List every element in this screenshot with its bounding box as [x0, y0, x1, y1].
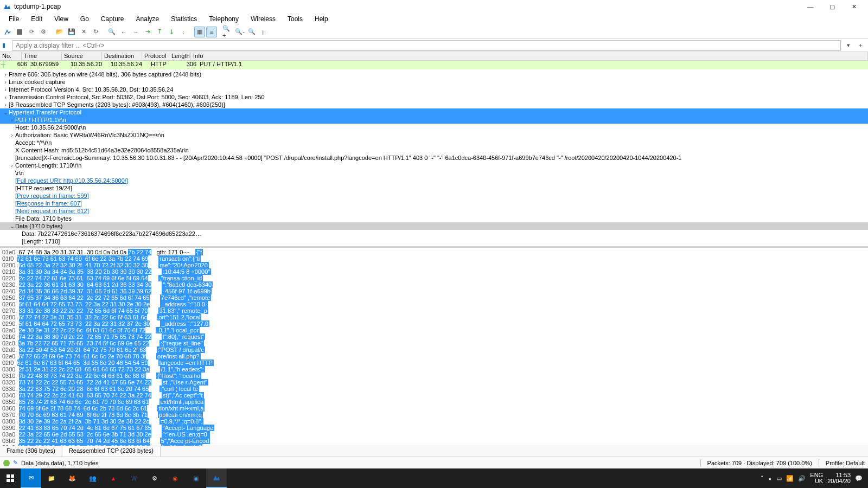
hex-row[interactable]: 0300 2f 31 2e 31 22 2c 22 68 65 61 64 65… — [2, 366, 866, 373]
hex-row[interactable]: 01f0 72 61 6e 73 61 63 74 69 6f 6e 22 3a… — [2, 255, 866, 262]
col-dst[interactable]: Destination — [102, 52, 142, 60]
expand-icon[interactable]: › — [2, 78, 9, 86]
bookmark-icon[interactable]: ▮ — [2, 42, 10, 49]
menu-wireless[interactable]: Wireless — [245, 14, 281, 24]
tray-language[interactable]: ENGUK — [810, 472, 823, 484]
response-frame-link[interactable]: [Response in frame: 607] — [15, 200, 82, 207]
hex-row[interactable]: 01e0 67 74 68 3a 20 31 37 31 30 0d 0a 0d… — [2, 249, 866, 255]
tray-clock[interactable]: 11:5320/04/20 — [827, 472, 851, 484]
col-src[interactable]: Source — [62, 52, 102, 60]
stop-capture-icon[interactable] — [14, 27, 25, 37]
capture-file-properties-icon[interactable]: ✎ — [13, 459, 18, 466]
minimize-button[interactable]: — — [800, 0, 821, 13]
hex-row[interactable]: 0290 5f 61 64 64 72 65 73 73 22 3a 22 31… — [2, 320, 866, 327]
full-uri-link[interactable]: [Full request URI: http://10.35.56.24:50… — [15, 177, 128, 184]
taskbar-acrobat-icon[interactable]: ▲ — [103, 468, 124, 488]
expand-icon[interactable]: › — [2, 101, 9, 108]
tab-frame[interactable]: Frame (306 bytes) — [0, 446, 62, 457]
hex-row[interactable]: 0330 3a 22 63 75 72 6c 20 28 6c 6f 63 61… — [2, 386, 866, 392]
hex-row[interactable]: 02f0 6c 61 6e 67 63 6f 64 65 3d 65 6e 20… — [2, 359, 866, 366]
go-first-icon[interactable]: ⤒ — [154, 27, 165, 37]
taskbar-firefox-icon[interactable]: 🦊 — [62, 468, 82, 488]
hex-row[interactable]: 0220 2c 22 74 72 61 6e 73 61 63 74 69 6f… — [2, 275, 866, 281]
status-profile[interactable]: Profile: Default — [826, 460, 865, 466]
packet-row[interactable]: ┼ 606 30.679959 10.35.56.20 10.35.56.24 … — [0, 61, 868, 69]
hex-row[interactable]: 0350 65 78 74 2f 68 74 6d 6c 2c 61 70 70… — [2, 399, 866, 405]
start-capture-icon[interactable] — [2, 27, 13, 37]
hex-row[interactable]: 0230 22 3a 22 36 61 31 63 30 64 63 61 2d… — [2, 281, 866, 288]
menu-file[interactable]: File — [3, 14, 24, 24]
taskbar-teams-icon[interactable]: 👥 — [82, 468, 103, 488]
start-button[interactable] — [0, 468, 21, 488]
next-request-link[interactable]: [Next request in frame: 612] — [15, 207, 89, 215]
auto-scroll-icon[interactable]: ↓ — [178, 27, 189, 37]
hex-row[interactable]: 0250 37 65 37 34 36 63 64 22 2c 22 72 65… — [2, 294, 866, 301]
hex-row[interactable]: 0390 22 41 63 63 65 70 74 2d 4c 61 6e 67… — [2, 425, 866, 431]
hex-row[interactable]: 0370 70 70 6c 69 63 61 74 69 6f 6e 2f 78… — [2, 412, 866, 418]
collapse-icon[interactable]: ⌄ — [2, 108, 9, 116]
taskbar-word-icon[interactable]: W — [124, 468, 144, 488]
hex-row[interactable]: 0380 3d 30 2e 39 2c 2a 2f 2a 3b 71 3d 30… — [2, 418, 866, 425]
col-time[interactable]: Time — [22, 52, 62, 60]
col-len[interactable]: Length — [169, 52, 191, 60]
col-proto[interactable]: Protocol — [142, 52, 169, 60]
go-back-icon[interactable]: ← — [118, 27, 129, 37]
open-file-icon[interactable]: 📂 — [54, 27, 65, 37]
find-icon[interactable]: 🔍 — [106, 27, 117, 37]
hex-row[interactable]: 0280 6f 72 74 22 3a 31 35 31 32 2c 22 6c… — [2, 314, 866, 320]
filter-expression-icon[interactable]: ▾ — [843, 40, 854, 51]
col-info[interactable]: Info — [191, 52, 868, 60]
taskbar-settings-icon[interactable]: ⚙ — [144, 468, 165, 488]
hex-row[interactable]: 02d0 3a 22 50 4f 53 54 20 2f 64 72 75 70… — [2, 346, 866, 353]
menu-help[interactable]: Help — [309, 14, 334, 24]
go-to-packet-icon[interactable]: ⇥ — [142, 27, 153, 37]
tray-notifications-icon[interactable]: 💬 — [855, 475, 863, 482]
collapse-icon[interactable]: ⌄ — [9, 222, 15, 230]
close-button[interactable]: ✕ — [843, 0, 865, 13]
hex-row[interactable]: 02c0 3a 7b 22 72 65 71 75 65 73 74 5f 6c… — [2, 340, 866, 346]
expand-icon[interactable]: › — [9, 116, 15, 124]
resize-columns-icon[interactable]: ⫼ — [258, 27, 269, 37]
colorize-icon[interactable]: ▦ — [194, 27, 205, 37]
auto-scroll-live-icon[interactable]: ≡ — [206, 27, 217, 37]
hex-row[interactable]: 0200 6d 65 22 3a 22 32 30 2f 41 70 72 2f… — [2, 262, 866, 268]
save-file-icon[interactable]: 💾 — [66, 27, 77, 37]
hex-row[interactable]: 03b0 35 22 2c 22 41 63 63 65 70 74 2d 45… — [2, 438, 866, 444]
hex-row[interactable]: 02e0 6f 72 65 2f 69 6e 73 74 61 6c 6c 2e… — [2, 353, 866, 359]
hex-row[interactable]: 0210 3a 31 30 3a 34 34 3a 35 38 20 2b 30… — [2, 268, 866, 275]
expand-icon[interactable]: › — [9, 131, 15, 139]
expand-icon[interactable]: › — [2, 86, 9, 93]
expand-icon[interactable]: › — [2, 70, 9, 78]
expand-icon[interactable]: › — [2, 93, 9, 101]
menu-view[interactable]: View — [49, 14, 74, 24]
menu-tools[interactable]: Tools — [282, 14, 308, 24]
filter-add-icon[interactable]: ＋ — [855, 40, 866, 51]
hex-row[interactable]: 0310 7b 22 48 6f 73 74 22 3a 22 6c 6f 63… — [2, 373, 866, 379]
zoom-in-icon[interactable]: 🔍+ — [222, 27, 233, 37]
packet-details-pane[interactable]: ›Frame 606: 306 bytes on wire (2448 bits… — [0, 69, 868, 248]
taskbar-explorer-icon[interactable]: 📁 — [41, 468, 62, 488]
display-filter-input[interactable] — [12, 40, 841, 51]
hex-row[interactable]: 0320 73 74 22 2c 22 55 73 65 72 2d 41 67… — [2, 379, 866, 386]
go-forward-icon[interactable]: → — [130, 27, 141, 37]
hex-row[interactable]: 0270 33 31 2e 38 33 22 2c 22 72 65 6d 6f… — [2, 307, 866, 314]
capture-options-icon[interactable]: ⚙ — [38, 27, 49, 37]
restart-capture-icon[interactable]: ⟳ — [26, 27, 37, 37]
menu-telephony[interactable]: Telephony — [203, 14, 244, 24]
hex-row[interactable]: 02b0 74 22 3a 38 30 7d 2c 22 72 65 71 75… — [2, 333, 866, 340]
taskbar-outlook-icon[interactable]: ✉ — [21, 468, 41, 488]
expert-info-icon[interactable] — [3, 460, 10, 466]
zoom-reset-icon[interactable]: 🔍 — [246, 27, 257, 37]
go-last-icon[interactable]: ⤓ — [166, 27, 177, 37]
hex-row[interactable]: 03a0 22 3a 22 65 6e 2d 55 53 2c 65 6e 3b… — [2, 431, 866, 438]
menu-edit[interactable]: Edit — [25, 14, 48, 24]
hex-row[interactable]: 02a0 2e 30 2e 31 22 2c 22 6c 6f 63 61 6c… — [2, 327, 866, 333]
hex-row[interactable]: 0240 2d 34 35 36 66 2d 39 37 31 66 2d 61… — [2, 288, 866, 294]
menu-analyze[interactable]: Analyze — [131, 14, 165, 24]
taskbar-wireshark-icon[interactable] — [206, 468, 227, 488]
expand-icon[interactable]: › — [9, 162, 15, 169]
maximize-button[interactable]: ▢ — [821, 0, 843, 13]
reload-icon[interactable]: ↻ — [90, 27, 101, 37]
hex-row[interactable]: 0340 73 74 29 22 2c 22 41 63 63 65 70 74… — [2, 392, 866, 399]
zoom-out-icon[interactable]: 🔍- — [234, 27, 245, 37]
